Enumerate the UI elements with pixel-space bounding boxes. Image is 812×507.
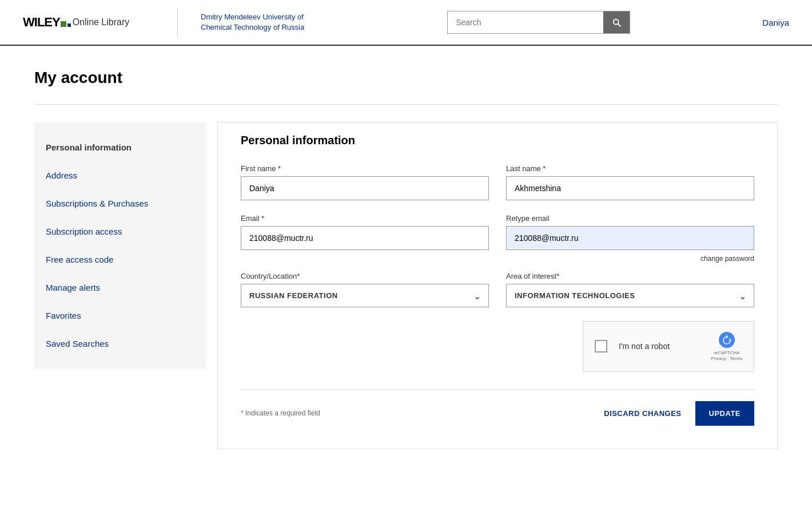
retype-email-group: Retype email	[506, 214, 754, 250]
discard-changes-button[interactable]: DISCARD CHANGES	[590, 401, 695, 426]
recaptcha-area: I'm not a robot reCAPTCHAPrivacy · Terms	[241, 321, 754, 372]
search-input[interactable]	[448, 11, 603, 33]
form-title: Personal information	[241, 134, 754, 147]
sidebar-item-address[interactable]: Address	[34, 161, 206, 189]
sidebar: Personal information Address Subscriptio…	[34, 122, 206, 369]
sidebar-item-subscriptions-purchases[interactable]: Subscriptions & Purchases	[34, 189, 206, 217]
logo-area: WILEY Online Library	[23, 15, 154, 30]
email-label: Email *	[241, 214, 489, 223]
name-row: First name * Last name *	[241, 164, 754, 200]
email-group: Email *	[241, 214, 489, 250]
location-row: Country/Location* RUSSIAN FEDERATION ⌄ A…	[241, 272, 754, 307]
recaptcha-checkbox[interactable]	[595, 340, 607, 352]
first-name-group: First name *	[241, 164, 489, 200]
search-area	[332, 11, 745, 34]
logo-online: Online Library	[73, 17, 130, 27]
sidebar-item-manage-alerts[interactable]: Manage alerts	[34, 274, 206, 302]
page-title: My account	[34, 69, 778, 87]
sidebar-item-subscription-access[interactable]: Subscription access	[34, 217, 206, 245]
recaptcha-logo: reCAPTCHAPrivacy · Terms	[711, 331, 742, 362]
first-name-label: First name *	[241, 164, 489, 173]
footer-actions: DISCARD CHANGES UPDATE	[590, 401, 754, 426]
change-password-link[interactable]: change password	[700, 255, 754, 263]
update-button[interactable]: UPDATE	[695, 401, 754, 426]
retype-email-input[interactable]	[506, 226, 754, 250]
area-group: Area of interest* INFORMATION TECHNOLOGI…	[506, 272, 754, 307]
country-group: Country/Location* RUSSIAN FEDERATION ⌄	[241, 272, 489, 307]
recaptcha-label: I'm not a robot	[619, 342, 699, 351]
change-password-row: change password	[241, 255, 754, 263]
area-select-wrapper: INFORMATION TECHNOLOGIES ⌄	[506, 284, 754, 307]
first-name-input[interactable]	[241, 176, 489, 200]
search-container	[447, 11, 630, 34]
recaptcha-brand-text: reCAPTCHAPrivacy · Terms	[711, 350, 742, 362]
user-name-link[interactable]: Daniya	[762, 18, 789, 27]
email-input[interactable]	[241, 226, 489, 250]
country-select-wrapper: RUSSIAN FEDERATION ⌄	[241, 284, 489, 307]
header: WILEY Online Library Dmitry Mendeleev Un…	[0, 0, 812, 46]
page-content: My account Personal information Address …	[11, 46, 801, 484]
last-name-input[interactable]	[506, 176, 754, 200]
form-area: Personal information First name * Last n…	[217, 122, 778, 449]
sidebar-item-personal-information[interactable]: Personal information	[34, 133, 206, 161]
last-name-group: Last name *	[506, 164, 754, 200]
page-divider	[34, 104, 778, 105]
area-label: Area of interest*	[506, 272, 754, 280]
sidebar-item-free-access-code[interactable]: Free access code	[34, 245, 206, 274]
country-select[interactable]: RUSSIAN FEDERATION	[241, 284, 489, 307]
area-select[interactable]: INFORMATION TECHNOLOGIES	[506, 284, 754, 307]
sidebar-item-saved-searches[interactable]: Saved Searches	[34, 330, 206, 358]
logo-wiley: WILEY	[23, 15, 71, 30]
required-note: * Indicates a required field	[241, 409, 320, 417]
search-button[interactable]	[603, 11, 630, 33]
header-divider	[177, 8, 178, 37]
country-label: Country/Location*	[241, 272, 489, 280]
search-icon	[611, 17, 622, 27]
recaptcha-icon	[718, 331, 736, 349]
sidebar-item-favorites[interactable]: Favorites	[34, 302, 206, 330]
main-layout: Personal information Address Subscriptio…	[34, 122, 778, 449]
email-row: Email * Retype email	[241, 214, 754, 250]
form-footer: * Indicates a required field DISCARD CHA…	[241, 389, 754, 426]
last-name-label: Last name *	[506, 164, 754, 173]
institution-name: Dmitry Mendeleev University of Chemical …	[201, 12, 315, 33]
recaptcha-box: I'm not a robot reCAPTCHAPrivacy · Terms	[583, 321, 754, 372]
retype-email-label: Retype email	[506, 214, 754, 223]
